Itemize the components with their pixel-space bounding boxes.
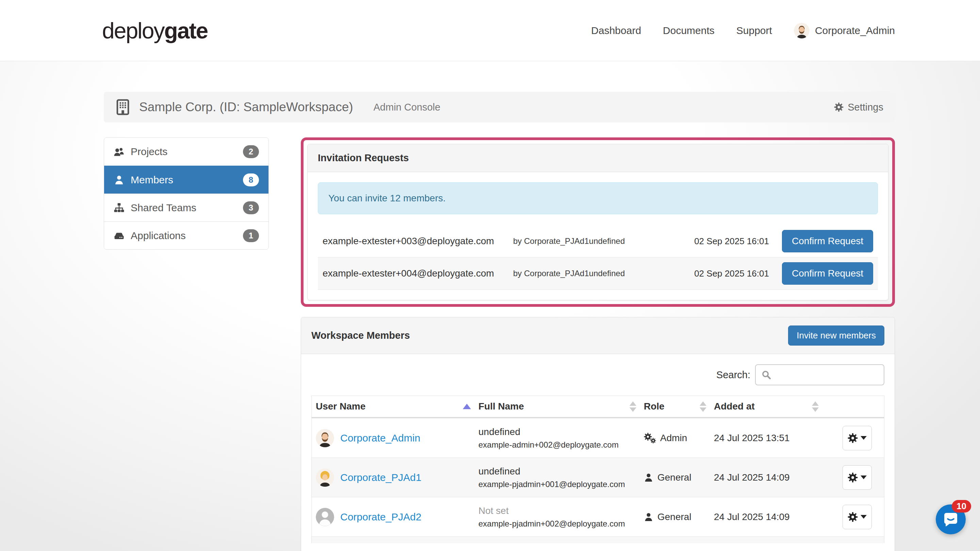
invitation-email: example-extester+004@deploygate.com — [323, 266, 513, 281]
member-role: Admin — [660, 433, 687, 443]
settings-link[interactable]: Settings — [834, 102, 883, 113]
column-header-user-name[interactable]: User Name — [316, 401, 479, 412]
projects-count-badge: 2 — [243, 145, 259, 158]
invitation-requested-by: by Corporate_PJAd1undefined — [513, 269, 694, 278]
cogs-icon — [644, 433, 656, 443]
members-search-input[interactable] — [755, 364, 885, 385]
members-table: User Name Full Name Role — [311, 395, 885, 543]
invitation-date: 02 Sep 2025 16:01 — [694, 236, 769, 246]
search-label: Search: — [716, 369, 750, 381]
member-email: example-pjadmin+002@deploygate.com — [479, 519, 644, 529]
man-avatar — [316, 429, 334, 447]
confirm-request-button[interactable]: Confirm Request — [782, 262, 873, 285]
workspace-header: Sample Corp. (ID: SampleWorkspace) Admin… — [104, 92, 895, 122]
top-nav: Dashboard Documents Support Corporate_Ad… — [591, 23, 895, 38]
user-menu[interactable]: Corporate_Admin — [794, 23, 895, 38]
person-icon — [644, 473, 653, 482]
members-count-badge: 8 — [243, 173, 259, 186]
user-avatar — [794, 23, 810, 38]
member-role: General — [657, 511, 692, 522]
member-username-link[interactable]: Corporate_PJAd2 — [340, 511, 421, 523]
sidebar-item-projects[interactable]: Projects 2 — [104, 138, 269, 166]
column-header-full-name[interactable]: Full Name — [479, 401, 644, 412]
invitation-requests-heading: Invitation Requests — [308, 144, 888, 172]
invitation-date: 02 Sep 2025 16:01 — [694, 268, 769, 279]
invite-new-members-button[interactable]: Invite new members — [788, 326, 885, 346]
caret-down-icon — [861, 436, 867, 440]
invitation-email: example-extester+003@deploygate.com — [323, 234, 513, 248]
woman-avatar — [316, 468, 334, 487]
confirm-request-button[interactable]: Confirm Request — [782, 230, 873, 252]
member-full-name: undefined — [479, 466, 644, 477]
members-search-row: Search: — [311, 364, 885, 385]
nav-documents[interactable]: Documents — [663, 25, 714, 37]
member-full-name: Not set — [479, 505, 644, 516]
members-table-header: User Name Full Name Role — [312, 396, 884, 418]
column-header-added-at[interactable]: Added at — [714, 401, 826, 412]
sidebar-label-applications: Applications — [130, 230, 186, 241]
member-actions-dropdown[interactable] — [843, 505, 872, 529]
sidebar-item-members[interactable]: Members 8 — [104, 166, 269, 194]
member-username-link[interactable]: Corporate_PJAd1 — [340, 472, 421, 483]
member-role: General — [657, 472, 692, 483]
sidebar-item-applications[interactable]: Applications 1 — [104, 221, 269, 249]
member-full-name: undefined — [479, 427, 644, 437]
invitation-requested-by: by Corporate_PJAd1undefined — [513, 237, 694, 246]
chat-bubble-icon — [943, 511, 959, 527]
member-actions-dropdown[interactable] — [843, 426, 872, 450]
workspace-members-panel: Workspace Members Invite new members Sea… — [301, 317, 895, 551]
sidebar-item-shared-teams[interactable]: Shared Teams 3 — [104, 194, 269, 221]
caret-down-icon — [861, 515, 867, 519]
member-row-partial — [312, 537, 884, 543]
member-actions-dropdown[interactable] — [843, 465, 872, 490]
chat-launcher-button[interactable]: 10 — [936, 504, 966, 534]
member-email: example-pjadmin+001@deploygate.com — [479, 480, 644, 489]
sidebar-label-shared-teams: Shared Teams — [130, 202, 196, 214]
sort-ascending-icon — [463, 404, 471, 409]
invitation-request-row: example-extester+003@deploygate.com by C… — [318, 225, 878, 257]
gear-icon — [848, 512, 858, 522]
deploygate-logo[interactable]: deploygate — [102, 18, 208, 43]
gear-icon — [848, 472, 858, 483]
workspace-title: Sample Corp. (ID: SampleWorkspace) — [139, 100, 353, 114]
logo-text-bold: gate — [164, 18, 208, 43]
sort-icon — [700, 401, 706, 412]
member-added-at: 24 Jul 2025 13:51 — [714, 433, 826, 443]
member-row: Corporate_PJAd1 undefined example-pjadmi… — [312, 457, 884, 497]
sidebar-label-projects: Projects — [130, 146, 167, 157]
invite-quota-alert: You can invite 12 members. — [318, 182, 878, 214]
settings-label: Settings — [848, 102, 883, 113]
highlight-annotation-box: Invitation Requests You can invite 12 me… — [301, 137, 895, 307]
member-added-at: 24 Jul 2025 14:09 — [714, 472, 826, 483]
person-icon — [644, 512, 653, 522]
logo-text-light: deploy — [102, 18, 164, 43]
gear-icon — [834, 102, 843, 112]
top-navbar: deploygate Dashboard Documents Support C… — [0, 0, 980, 61]
user-icon — [114, 175, 124, 185]
invitation-requests-title: Invitation Requests — [318, 152, 409, 164]
hdd-icon — [114, 230, 124, 241]
gear-icon — [848, 433, 858, 443]
shared-teams-count-badge: 3 — [243, 202, 259, 214]
sitemap-icon — [114, 203, 124, 213]
nav-dashboard[interactable]: Dashboard — [591, 25, 641, 37]
applications-count-badge: 1 — [243, 229, 259, 242]
member-added-at: 24 Jul 2025 14:09 — [714, 511, 826, 522]
sort-icon — [812, 401, 819, 412]
column-header-role[interactable]: Role — [644, 401, 714, 412]
caret-down-icon — [861, 475, 867, 479]
nav-support[interactable]: Support — [737, 25, 772, 37]
unread-count-badge: 10 — [952, 500, 971, 513]
sidebar-label-members: Members — [130, 174, 173, 186]
workspace-members-title: Workspace Members — [311, 330, 410, 341]
member-row: Corporate_Admin undefined example-admin+… — [312, 418, 884, 457]
search-icon — [761, 370, 772, 380]
admin-console-label: Admin Console — [374, 102, 441, 113]
invitation-request-row: example-extester+004@deploygate.com by C… — [318, 257, 878, 290]
building-icon — [115, 99, 130, 115]
sort-icon — [630, 401, 636, 412]
member-username-link[interactable]: Corporate_Admin — [340, 432, 420, 444]
users-icon — [114, 147, 124, 157]
sidebar: Projects 2 Members 8 Shared Teams 3 Appl… — [104, 137, 269, 250]
placeholder-avatar — [316, 508, 334, 526]
